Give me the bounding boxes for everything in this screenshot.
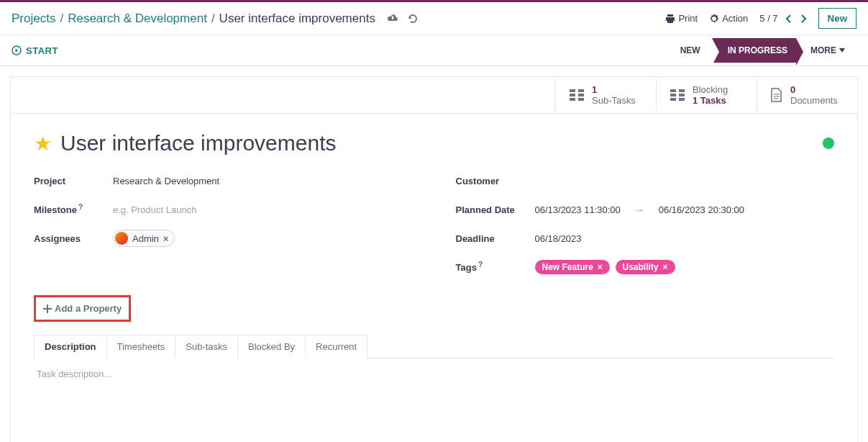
- svg-rect-5: [570, 98, 575, 101]
- tag-usability[interactable]: Usability ×: [616, 260, 675, 274]
- stage-in-progress[interactable]: IN PROGRESS: [712, 38, 796, 63]
- start-button[interactable]: START: [12, 45, 58, 56]
- tags-field[interactable]: New Feature × Usability ×: [535, 260, 835, 274]
- breadcrumb-separator: /: [211, 12, 215, 26]
- svg-rect-2: [578, 89, 584, 92]
- remove-assignee-icon[interactable]: ×: [163, 233, 169, 244]
- milestone-field[interactable]: e.g. Product Launch: [113, 204, 413, 215]
- svg-rect-8: [679, 89, 685, 92]
- documents-label: Documents: [790, 95, 838, 106]
- planned-start-field[interactable]: 06/13/2023 11:30:00: [535, 204, 621, 215]
- tag-label: Usability: [623, 262, 659, 272]
- svg-rect-1: [570, 89, 575, 92]
- print-button[interactable]: Print: [665, 13, 698, 24]
- task-title[interactable]: User interface improvements: [60, 131, 336, 155]
- breadcrumb: Projects / Research & Development / User…: [12, 12, 418, 26]
- breadcrumb-separator: /: [60, 12, 63, 26]
- tab-description[interactable]: Description: [34, 335, 107, 358]
- assignee-tag[interactable]: Admin ×: [113, 230, 175, 247]
- pager-count: 5 / 7: [759, 13, 777, 24]
- play-circle-icon: [12, 45, 22, 55]
- statbox-blocking[interactable]: Blocking 1 Tasks: [656, 77, 757, 113]
- documents-count: 0: [790, 84, 838, 95]
- milestone-label: Milestone?: [34, 203, 113, 215]
- kanban-state-dot[interactable]: [823, 137, 834, 149]
- help-icon[interactable]: ?: [78, 203, 83, 211]
- start-label: START: [26, 45, 58, 56]
- chevron-right-icon: [800, 14, 807, 24]
- remove-tag-icon[interactable]: ×: [598, 262, 603, 272]
- tabs: Description Timesheets Sub-tasks Blocked…: [34, 335, 834, 358]
- subtasks-label: Sub-Tasks: [592, 95, 636, 106]
- avatar-icon: [115, 232, 128, 245]
- planned-end-field[interactable]: 06/16/2023 20:30:00: [659, 204, 744, 215]
- action-label: Action: [722, 13, 748, 24]
- svg-rect-11: [670, 98, 676, 101]
- arrow-right-icon: →: [635, 204, 644, 215]
- action-button[interactable]: Action: [709, 13, 748, 24]
- breadcrumb-parent[interactable]: Research & Development: [68, 12, 207, 26]
- svg-rect-6: [578, 98, 584, 101]
- blocking-icon: [670, 89, 685, 102]
- plus-icon: [43, 305, 52, 313]
- more-label: MORE: [810, 45, 836, 55]
- subtasks-icon: [569, 89, 585, 102]
- svg-rect-12: [679, 98, 685, 101]
- project-label: Project: [34, 176, 113, 186]
- tag-new-feature[interactable]: New Feature ×: [535, 260, 610, 274]
- description-editor[interactable]: Task description...: [34, 358, 834, 442]
- pager-prev[interactable]: [785, 14, 792, 24]
- planned-date-label: Planned Date: [456, 204, 535, 215]
- deadline-label: Deadline: [456, 233, 535, 244]
- tags-label: Tags?: [456, 261, 535, 273]
- project-field[interactable]: Research & Development: [113, 176, 413, 186]
- breadcrumb-projects[interactable]: Projects: [12, 12, 55, 26]
- gear-icon: [709, 14, 719, 24]
- deadline-field[interactable]: 06/18/2023: [535, 233, 835, 244]
- document-icon: [770, 88, 783, 102]
- print-icon: [665, 14, 675, 24]
- tab-subtasks[interactable]: Sub-tasks: [175, 335, 238, 358]
- assignees-field[interactable]: Admin ×: [113, 230, 413, 247]
- undo-icon[interactable]: [407, 13, 418, 24]
- statbox-documents[interactable]: 0 Documents: [757, 77, 857, 113]
- stage-new[interactable]: NEW: [669, 38, 712, 63]
- svg-rect-10: [679, 94, 685, 96]
- add-property-button[interactable]: Add a Property: [37, 299, 127, 318]
- new-button[interactable]: New: [818, 8, 856, 29]
- cloud-icon[interactable]: [387, 13, 398, 24]
- svg-rect-4: [578, 94, 584, 96]
- stage-more[interactable]: MORE: [796, 38, 856, 63]
- svg-rect-3: [570, 94, 575, 96]
- svg-rect-7: [670, 89, 676, 92]
- tab-timesheets[interactable]: Timesheets: [107, 335, 176, 358]
- add-property-label: Add a Property: [55, 303, 122, 314]
- customer-label: Customer: [456, 176, 535, 186]
- help-icon[interactable]: ?: [478, 261, 483, 269]
- assignee-name: Admin: [132, 233, 159, 244]
- caret-down-icon: [839, 48, 845, 53]
- tag-label: New Feature: [542, 262, 593, 272]
- chevron-left-icon: [785, 14, 792, 24]
- breadcrumb-current: User interface improvements: [219, 12, 375, 26]
- subtasks-count: 1: [592, 84, 636, 95]
- print-label: Print: [678, 13, 698, 24]
- assignees-label: Assignees: [34, 233, 113, 244]
- remove-tag-icon[interactable]: ×: [663, 262, 668, 272]
- svg-rect-9: [670, 94, 676, 96]
- favorite-star-icon[interactable]: ★: [34, 132, 52, 155]
- blocking-label: Blocking: [693, 84, 728, 95]
- pager: 5 / 7: [759, 13, 806, 24]
- blocking-count: 1 Tasks: [693, 95, 728, 106]
- statbox-subtasks[interactable]: 1 Sub-Tasks: [555, 77, 656, 113]
- tab-blocked-by[interactable]: Blocked By: [238, 335, 306, 358]
- stage-selector: NEW IN PROGRESS MORE: [669, 38, 856, 63]
- tab-recurrent[interactable]: Recurrent: [306, 335, 367, 358]
- pager-next[interactable]: [800, 14, 807, 24]
